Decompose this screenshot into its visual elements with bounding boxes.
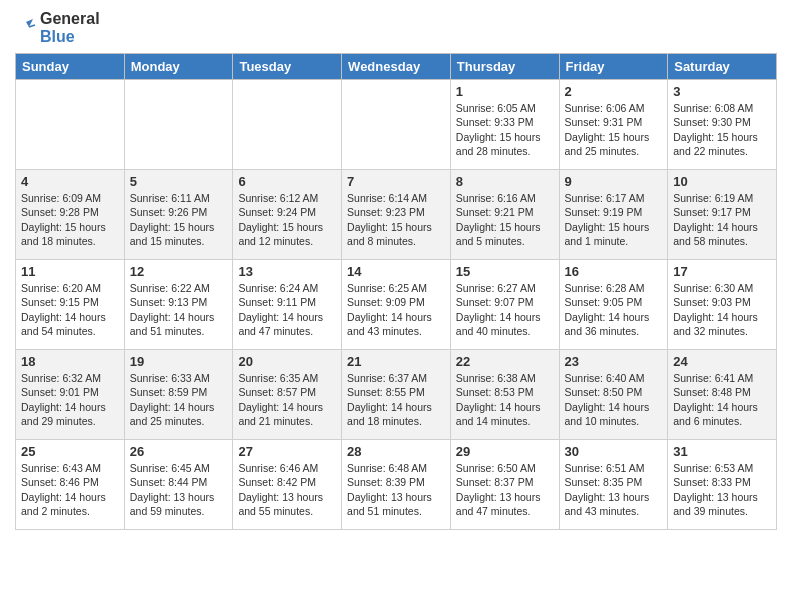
calendar-cell: 26Sunrise: 6:45 AM Sunset: 8:44 PM Dayli… xyxy=(124,440,233,530)
calendar-cell: 22Sunrise: 6:38 AM Sunset: 8:53 PM Dayli… xyxy=(450,350,559,440)
day-info: Sunrise: 6:53 AM Sunset: 8:33 PM Dayligh… xyxy=(673,461,771,518)
calendar-cell: 31Sunrise: 6:53 AM Sunset: 8:33 PM Dayli… xyxy=(668,440,777,530)
day-number: 15 xyxy=(456,264,554,279)
calendar-cell: 12Sunrise: 6:22 AM Sunset: 9:13 PM Dayli… xyxy=(124,260,233,350)
day-info: Sunrise: 6:16 AM Sunset: 9:21 PM Dayligh… xyxy=(456,191,554,248)
calendar-cell: 21Sunrise: 6:37 AM Sunset: 8:55 PM Dayli… xyxy=(342,350,451,440)
col-header-sunday: Sunday xyxy=(16,54,125,80)
calendar-cell: 1Sunrise: 6:05 AM Sunset: 9:33 PM Daylig… xyxy=(450,80,559,170)
logo-general: General xyxy=(40,10,100,28)
day-info: Sunrise: 6:22 AM Sunset: 9:13 PM Dayligh… xyxy=(130,281,228,338)
day-info: Sunrise: 6:35 AM Sunset: 8:57 PM Dayligh… xyxy=(238,371,336,428)
day-number: 28 xyxy=(347,444,445,459)
day-number: 26 xyxy=(130,444,228,459)
day-number: 1 xyxy=(456,84,554,99)
day-number: 14 xyxy=(347,264,445,279)
calendar-cell xyxy=(342,80,451,170)
calendar-cell: 18Sunrise: 6:32 AM Sunset: 9:01 PM Dayli… xyxy=(16,350,125,440)
calendar-cell xyxy=(124,80,233,170)
header-row: SundayMondayTuesdayWednesdayThursdayFrid… xyxy=(16,54,777,80)
day-info: Sunrise: 6:37 AM Sunset: 8:55 PM Dayligh… xyxy=(347,371,445,428)
day-number: 19 xyxy=(130,354,228,369)
day-info: Sunrise: 6:14 AM Sunset: 9:23 PM Dayligh… xyxy=(347,191,445,248)
day-info: Sunrise: 6:24 AM Sunset: 9:11 PM Dayligh… xyxy=(238,281,336,338)
day-number: 29 xyxy=(456,444,554,459)
day-number: 17 xyxy=(673,264,771,279)
day-info: Sunrise: 6:19 AM Sunset: 9:17 PM Dayligh… xyxy=(673,191,771,248)
day-number: 18 xyxy=(21,354,119,369)
day-info: Sunrise: 6:50 AM Sunset: 8:37 PM Dayligh… xyxy=(456,461,554,518)
day-info: Sunrise: 6:20 AM Sunset: 9:15 PM Dayligh… xyxy=(21,281,119,338)
day-number: 11 xyxy=(21,264,119,279)
calendar-cell: 19Sunrise: 6:33 AM Sunset: 8:59 PM Dayli… xyxy=(124,350,233,440)
logo-bird-icon xyxy=(15,17,37,39)
week-row-3: 11Sunrise: 6:20 AM Sunset: 9:15 PM Dayli… xyxy=(16,260,777,350)
calendar-cell: 15Sunrise: 6:27 AM Sunset: 9:07 PM Dayli… xyxy=(450,260,559,350)
day-number: 6 xyxy=(238,174,336,189)
day-info: Sunrise: 6:32 AM Sunset: 9:01 PM Dayligh… xyxy=(21,371,119,428)
day-number: 5 xyxy=(130,174,228,189)
logo: General Blue xyxy=(15,10,100,45)
day-number: 13 xyxy=(238,264,336,279)
day-info: Sunrise: 6:38 AM Sunset: 8:53 PM Dayligh… xyxy=(456,371,554,428)
col-header-monday: Monday xyxy=(124,54,233,80)
day-info: Sunrise: 6:48 AM Sunset: 8:39 PM Dayligh… xyxy=(347,461,445,518)
col-header-wednesday: Wednesday xyxy=(342,54,451,80)
day-info: Sunrise: 6:46 AM Sunset: 8:42 PM Dayligh… xyxy=(238,461,336,518)
day-number: 8 xyxy=(456,174,554,189)
day-info: Sunrise: 6:41 AM Sunset: 8:48 PM Dayligh… xyxy=(673,371,771,428)
week-row-5: 25Sunrise: 6:43 AM Sunset: 8:46 PM Dayli… xyxy=(16,440,777,530)
calendar-cell: 25Sunrise: 6:43 AM Sunset: 8:46 PM Dayli… xyxy=(16,440,125,530)
day-number: 22 xyxy=(456,354,554,369)
day-info: Sunrise: 6:33 AM Sunset: 8:59 PM Dayligh… xyxy=(130,371,228,428)
day-number: 27 xyxy=(238,444,336,459)
calendar-table: SundayMondayTuesdayWednesdayThursdayFrid… xyxy=(15,53,777,530)
calendar-cell: 8Sunrise: 6:16 AM Sunset: 9:21 PM Daylig… xyxy=(450,170,559,260)
col-header-saturday: Saturday xyxy=(668,54,777,80)
day-number: 7 xyxy=(347,174,445,189)
day-number: 21 xyxy=(347,354,445,369)
day-number: 2 xyxy=(565,84,663,99)
calendar-cell: 24Sunrise: 6:41 AM Sunset: 8:48 PM Dayli… xyxy=(668,350,777,440)
day-number: 31 xyxy=(673,444,771,459)
day-number: 9 xyxy=(565,174,663,189)
day-info: Sunrise: 6:30 AM Sunset: 9:03 PM Dayligh… xyxy=(673,281,771,338)
day-info: Sunrise: 6:12 AM Sunset: 9:24 PM Dayligh… xyxy=(238,191,336,248)
calendar-cell: 10Sunrise: 6:19 AM Sunset: 9:17 PM Dayli… xyxy=(668,170,777,260)
calendar-cell: 14Sunrise: 6:25 AM Sunset: 9:09 PM Dayli… xyxy=(342,260,451,350)
calendar-cell: 30Sunrise: 6:51 AM Sunset: 8:35 PM Dayli… xyxy=(559,440,668,530)
day-info: Sunrise: 6:28 AM Sunset: 9:05 PM Dayligh… xyxy=(565,281,663,338)
week-row-2: 4Sunrise: 6:09 AM Sunset: 9:28 PM Daylig… xyxy=(16,170,777,260)
calendar-cell: 2Sunrise: 6:06 AM Sunset: 9:31 PM Daylig… xyxy=(559,80,668,170)
day-number: 23 xyxy=(565,354,663,369)
calendar-cell: 11Sunrise: 6:20 AM Sunset: 9:15 PM Dayli… xyxy=(16,260,125,350)
calendar-cell: 5Sunrise: 6:11 AM Sunset: 9:26 PM Daylig… xyxy=(124,170,233,260)
day-number: 24 xyxy=(673,354,771,369)
calendar-cell: 23Sunrise: 6:40 AM Sunset: 8:50 PM Dayli… xyxy=(559,350,668,440)
calendar-cell: 28Sunrise: 6:48 AM Sunset: 8:39 PM Dayli… xyxy=(342,440,451,530)
calendar-cell: 9Sunrise: 6:17 AM Sunset: 9:19 PM Daylig… xyxy=(559,170,668,260)
logo-text: General Blue xyxy=(40,10,100,45)
calendar-cell: 27Sunrise: 6:46 AM Sunset: 8:42 PM Dayli… xyxy=(233,440,342,530)
day-number: 4 xyxy=(21,174,119,189)
day-info: Sunrise: 6:43 AM Sunset: 8:46 PM Dayligh… xyxy=(21,461,119,518)
col-header-friday: Friday xyxy=(559,54,668,80)
calendar-cell: 17Sunrise: 6:30 AM Sunset: 9:03 PM Dayli… xyxy=(668,260,777,350)
calendar-cell xyxy=(16,80,125,170)
day-number: 10 xyxy=(673,174,771,189)
day-info: Sunrise: 6:17 AM Sunset: 9:19 PM Dayligh… xyxy=(565,191,663,248)
day-info: Sunrise: 6:05 AM Sunset: 9:33 PM Dayligh… xyxy=(456,101,554,158)
col-header-thursday: Thursday xyxy=(450,54,559,80)
day-info: Sunrise: 6:40 AM Sunset: 8:50 PM Dayligh… xyxy=(565,371,663,428)
calendar-cell: 7Sunrise: 6:14 AM Sunset: 9:23 PM Daylig… xyxy=(342,170,451,260)
day-number: 25 xyxy=(21,444,119,459)
day-number: 16 xyxy=(565,264,663,279)
day-number: 20 xyxy=(238,354,336,369)
page: General Blue SundayMondayTuesdayWednesda… xyxy=(0,0,792,540)
day-info: Sunrise: 6:08 AM Sunset: 9:30 PM Dayligh… xyxy=(673,101,771,158)
calendar-cell: 16Sunrise: 6:28 AM Sunset: 9:05 PM Dayli… xyxy=(559,260,668,350)
week-row-1: 1Sunrise: 6:05 AM Sunset: 9:33 PM Daylig… xyxy=(16,80,777,170)
day-number: 12 xyxy=(130,264,228,279)
day-info: Sunrise: 6:45 AM Sunset: 8:44 PM Dayligh… xyxy=(130,461,228,518)
col-header-tuesday: Tuesday xyxy=(233,54,342,80)
